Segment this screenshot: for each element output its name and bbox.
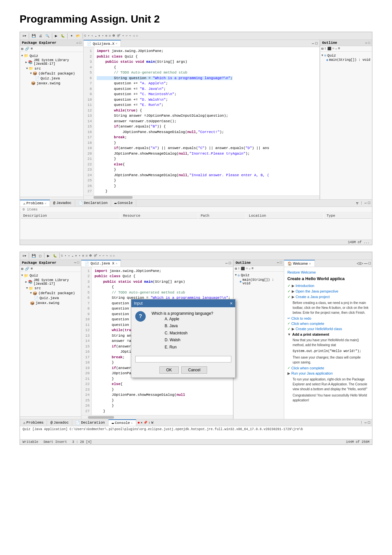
tree2-item-swing[interactable]: 📦 javax.swing (21, 301, 80, 306)
restore-link[interactable]: Restore Welcome (287, 270, 316, 274)
tree2-item-src[interactable]: ▼ 📁 src (21, 286, 80, 291)
tree2-item-quiz[interactable]: ▼ 📁 Quiz (21, 273, 80, 278)
code-content-1[interactable]: import javax.swing.JOptionPane; public c… (94, 47, 319, 195)
bottom-tab-problems[interactable]: ⚠ Problems ✕ (20, 200, 50, 207)
bottom-min-icon[interactable]: — (365, 201, 367, 205)
dialog-input-field[interactable] (135, 356, 231, 362)
outline-min-icon-2[interactable]: — (277, 261, 279, 264)
bottom-tab-javadoc[interactable]: @ Javadoc (50, 200, 75, 206)
toolbar-new-btn[interactable]: ✦ (69, 33, 74, 39)
outline-icon-b[interactable]: ↕ (324, 47, 326, 51)
minimize-icon-2[interactable]: — (74, 261, 76, 264)
perspective-link[interactable]: Open the Java perspective (296, 289, 338, 293)
problems-tab-close[interactable]: ✕ (44, 202, 46, 205)
pe-link-icon[interactable]: 🔗 (25, 47, 29, 51)
welcome-tab-item[interactable]: 🏠 Welcome ✕ (284, 260, 315, 267)
bottom-tab-declaration[interactable]: 📄 Declaration (75, 200, 111, 206)
complete2-link[interactable]: Click when complete (291, 366, 324, 370)
tab-close-1[interactable]: ✕ (116, 42, 117, 45)
outline-icon-e[interactable]: ☆ (335, 47, 337, 51)
pe-collapse-icon[interactable]: ⊟ (21, 47, 24, 51)
editor-tab-quizjava-1[interactable]: 📄 Quizjava.X ✕ (84, 40, 121, 47)
toolbar-menu-btn[interactable]: ≡▾ (21, 33, 27, 39)
welcome-max-icon[interactable]: □ (368, 261, 371, 265)
pe2-link-icon[interactable]: 🔗 (25, 267, 29, 271)
tab-close-2[interactable]: ✕ (116, 262, 117, 265)
outline-icon-a[interactable]: ⊟ (321, 47, 323, 51)
toolbar-run-btn-2[interactable]: ▶ (46, 253, 51, 259)
toolbar-debug-btn[interactable]: 🐛 (59, 33, 66, 39)
outline-icon-c[interactable]: ⬛ (327, 47, 331, 51)
outline-item-quiz[interactable]: ▼ ⊙ Quiz (321, 53, 371, 58)
editor-tab-quizjava-2[interactable]: 📄 Quiz.java X ✕ (81, 260, 121, 267)
tree-item-quizjava[interactable]: 📄 Quiz.java (21, 76, 82, 81)
dialog-close-btn[interactable]: × (230, 301, 233, 306)
tree-item-src[interactable]: ▼ 📁 src (21, 66, 82, 71)
outline2-item-main[interactable]: ◉ main(String[]) : void (235, 278, 283, 286)
helloworld-link[interactable]: Create your HelloWorld class (296, 327, 342, 331)
dialog-cancel-btn[interactable]: Cancel (181, 366, 207, 374)
pe2-menu-icon[interactable]: ≡ (31, 267, 33, 271)
console-word-icon[interactable]: W (151, 421, 153, 425)
bottom2-tab-declaration[interactable]: 📄 Declaration (72, 420, 108, 426)
tree-item-jre[interactable]: ▶ 📚 JRE System Library [JavaSE-17] (21, 58, 82, 66)
outline2-icon-c[interactable]: ⬛ (241, 267, 245, 271)
maximize-icon-1[interactable]: □ (79, 41, 81, 45)
console-pin-icon[interactable]: 📌 (143, 421, 147, 425)
maximize-icon-2[interactable]: □ (77, 261, 79, 264)
outline-max-icon[interactable]: □ (368, 41, 370, 45)
outline-icon-d[interactable]: ○ (332, 47, 334, 51)
welcome-back-icon[interactable]: ◁ (357, 261, 359, 265)
outline-min-icon[interactable]: — (365, 41, 367, 45)
redo-link[interactable]: Click to redo (291, 316, 311, 320)
project-link[interactable]: Create a Java project (296, 295, 330, 299)
outline2-item-quiz[interactable]: ▼ ⊙ Quiz (235, 273, 283, 278)
outline2-icon-b[interactable]: ↕ (238, 267, 240, 271)
dialog-ok-btn[interactable]: OK (159, 366, 179, 374)
run-link[interactable]: Run your Java application (291, 371, 333, 375)
console-stop-icon[interactable]: ■ (138, 421, 139, 425)
toolbar-save-btn-2[interactable]: 💾 (30, 253, 37, 259)
outline-item-main[interactable]: ◉ main(String[]) : void (321, 58, 371, 62)
bottom-tab-console[interactable]: ▬ Console (111, 200, 136, 206)
outline-icon-f[interactable]: ≡ (338, 47, 340, 51)
editor-max-icon[interactable]: □ (315, 42, 318, 45)
restore-welcome-btn[interactable]: Restore Welcome (287, 270, 369, 274)
scrollbar-h-2[interactable] (81, 415, 233, 419)
welcome-fwd-icon[interactable]: ▷ (360, 261, 363, 265)
editor-min-icon[interactable]: — (312, 42, 314, 45)
complete1-link[interactable]: Click when complete (291, 322, 324, 326)
pe2-collapse-icon[interactable]: ⊟ (21, 267, 24, 271)
toolbar-print-btn[interactable]: 🖨 (38, 33, 43, 39)
bottom2-max-icon[interactable]: □ (368, 421, 370, 425)
editor-max-icon-2[interactable]: □ (229, 261, 231, 265)
outline-max-icon-2[interactable]: □ (280, 261, 282, 264)
toolbar-new2-btn[interactable]: ◻ (38, 253, 43, 259)
welcome-tab-close[interactable]: ✕ (309, 262, 311, 265)
toolbar-search-btn[interactable]: 🔍 (44, 33, 51, 39)
editor-min-icon-2[interactable]: — (225, 261, 228, 265)
bottom2-tab-javadoc[interactable]: @ Javadoc (47, 420, 72, 426)
console2-tab-close[interactable]: ✕ (131, 421, 133, 425)
tree2-item-jre[interactable]: ▶ 📚 JRE System Library [JavaSE-17] (21, 278, 80, 286)
tree-item-swing[interactable]: 📦 javax.swing (21, 81, 82, 86)
toolbar-run-btn[interactable]: ▶ (54, 33, 59, 39)
tree-item-default-pkg[interactable]: ▼ 📦 (default package) (21, 71, 82, 76)
console-scroll-icon[interactable]: ↕ (148, 421, 150, 425)
toolbar-open-btn[interactable]: 📂 (75, 33, 81, 39)
outline2-icon-d[interactable]: ○ (246, 267, 248, 271)
tree2-item-quizjava[interactable]: 📄 Quiz.java (21, 296, 80, 301)
outline2-icon-a[interactable]: ⊟ (235, 267, 237, 271)
toolbar-save-btn[interactable]: 💾 (30, 33, 37, 39)
outline2-icon-e[interactable]: ☆ (249, 267, 251, 271)
pe-menu-icon[interactable]: ≡ (31, 47, 33, 51)
bottom-menu-icon[interactable]: ⋮ (360, 201, 363, 205)
minimize-icon-1[interactable]: — (76, 41, 78, 45)
console-clear-icon[interactable]: ✕ (140, 421, 142, 425)
welcome-min-icon[interactable]: — (364, 261, 368, 265)
bottom2-min-icon[interactable]: — (365, 421, 367, 425)
bottom2-menu-icon[interactable]: ⋮ (360, 421, 363, 425)
bottom2-tab-console[interactable]: ▬ Console ✕ (108, 419, 136, 426)
toolbar-menu-btn-2[interactable]: ≡▾ (21, 253, 27, 259)
tree-item-quiz[interactable]: ▼ 📁 Quiz (21, 53, 82, 58)
